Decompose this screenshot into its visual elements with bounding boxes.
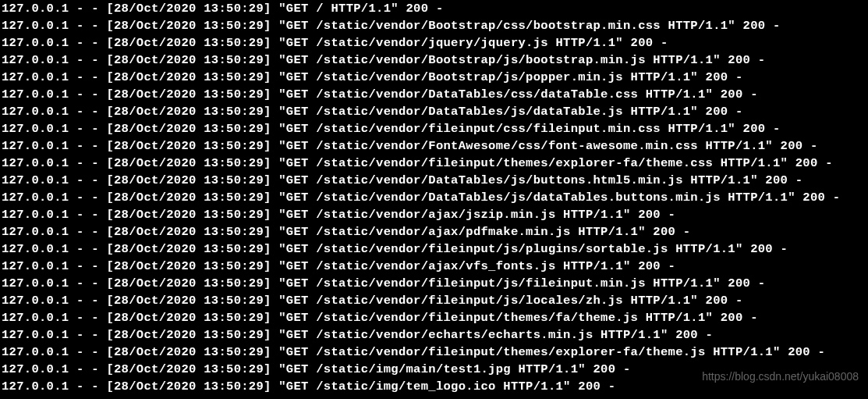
log-line: 127.0.0.1 - - [28/Oct/2020 13:50:29] "GE… <box>2 120 866 137</box>
log-line: 127.0.0.1 - - [28/Oct/2020 13:50:29] "GE… <box>2 189 866 206</box>
terminal-output[interactable]: 127.0.0.1 - - [28/Oct/2020 13:50:29] "GE… <box>0 0 868 395</box>
log-line: 127.0.0.1 - - [28/Oct/2020 13:50:29] "GE… <box>2 258 866 275</box>
log-line: 127.0.0.1 - - [28/Oct/2020 13:50:29] "GE… <box>2 52 866 69</box>
log-line: 127.0.0.1 - - [28/Oct/2020 13:50:29] "GE… <box>2 137 866 155</box>
log-line: 127.0.0.1 - - [28/Oct/2020 13:50:29] "GE… <box>2 172 866 189</box>
log-line: 127.0.0.1 - - [28/Oct/2020 13:50:29] "GE… <box>2 292 866 309</box>
log-line: 127.0.0.1 - - [28/Oct/2020 13:50:29] "GE… <box>2 275 866 292</box>
log-line: 127.0.0.1 - - [28/Oct/2020 13:50:29] "GE… <box>2 34 866 52</box>
log-line: 127.0.0.1 - - [28/Oct/2020 13:50:29] "GE… <box>2 223 866 240</box>
log-line: 127.0.0.1 - - [28/Oct/2020 13:50:29] "GE… <box>2 0 866 17</box>
log-line: 127.0.0.1 - - [28/Oct/2020 13:50:29] "GE… <box>2 86 866 103</box>
log-line: 127.0.0.1 - - [28/Oct/2020 13:50:29] "GE… <box>2 206 866 223</box>
log-line: 127.0.0.1 - - [28/Oct/2020 13:50:29] "GE… <box>2 103 866 120</box>
log-line: 127.0.0.1 - - [28/Oct/2020 13:50:29] "GE… <box>2 155 866 172</box>
log-line: 127.0.0.1 - - [28/Oct/2020 13:50:29] "GE… <box>2 309 866 326</box>
log-line: 127.0.0.1 - - [28/Oct/2020 13:50:29] "GE… <box>2 326 866 344</box>
log-line: 127.0.0.1 - - [28/Oct/2020 13:50:29] "GE… <box>2 17 866 34</box>
log-line: 127.0.0.1 - - [28/Oct/2020 13:50:29] "GE… <box>2 240 866 258</box>
log-line: 127.0.0.1 - - [28/Oct/2020 13:50:29] "GE… <box>2 69 866 86</box>
watermark: https://blog.csdn.net/yukai08008 <box>702 369 859 385</box>
log-line: 127.0.0.1 - - [28/Oct/2020 13:50:29] "GE… <box>2 344 866 361</box>
